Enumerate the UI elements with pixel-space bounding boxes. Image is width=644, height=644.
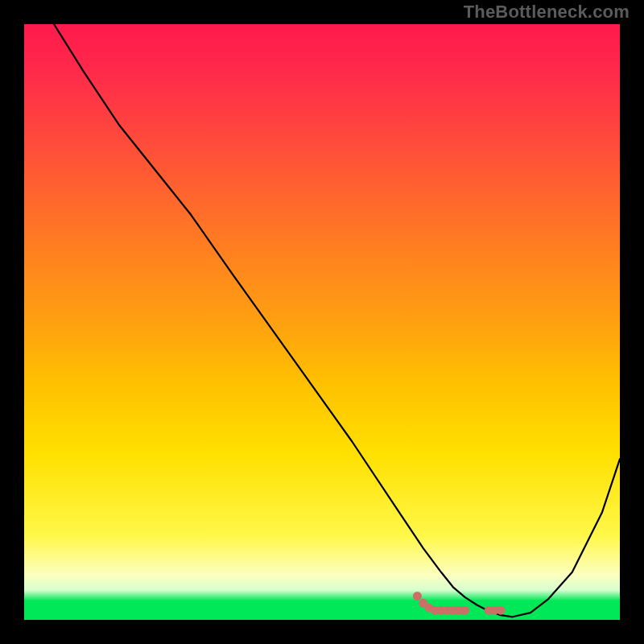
dot-marker [413, 592, 422, 601]
dotted-segment [413, 592, 506, 615]
dot-marker [460, 606, 469, 615]
chart-svg [24, 24, 620, 620]
plot-area [24, 24, 620, 620]
chart-frame: TheBottleneck.com [0, 0, 644, 644]
dot-marker [497, 606, 506, 615]
watermark-text: TheBottleneck.com [464, 2, 630, 23]
main-curve [54, 24, 620, 617]
